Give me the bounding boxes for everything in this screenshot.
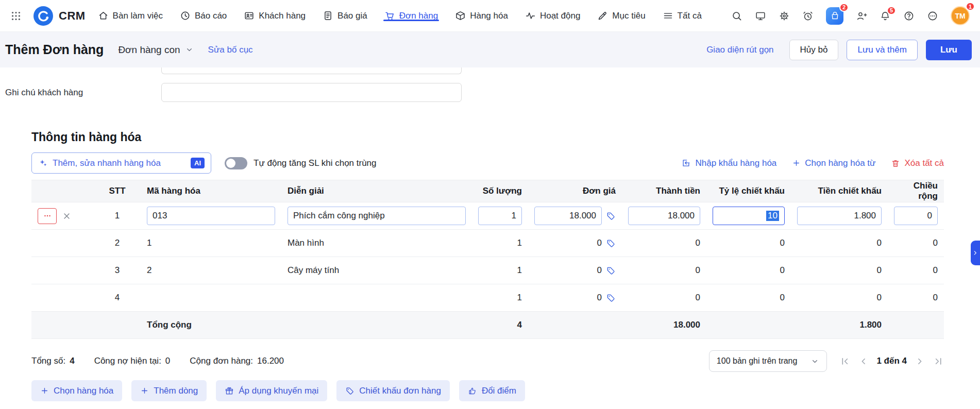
auto-increase-group: Tự động tăng SL khi chọn trùng	[225, 157, 377, 169]
products-box-icon	[455, 10, 466, 21]
nav-item-hang-hoa[interactable]: Hàng hóa	[455, 10, 508, 21]
nav-item-tat-ca[interactable]: Tất cả	[663, 10, 702, 21]
customer-note-label: Ghi chú khách hàng	[5, 88, 161, 98]
discount-amount-input[interactable]: 1.800	[797, 207, 882, 225]
choose-products-button[interactable]: Chọn hàng hóa	[31, 380, 122, 401]
page-title: Thêm Đơn hàng	[5, 42, 104, 57]
order-discount-button[interactable]: Chiết khấu đơn hàng	[336, 380, 450, 401]
trash-icon	[891, 159, 900, 168]
price-tag-icon[interactable]	[606, 211, 616, 221]
nav-item-bao-gia[interactable]: Báo giá	[323, 10, 367, 21]
pagination-next-icon[interactable]	[915, 356, 925, 367]
share-screen-icon[interactable]	[755, 10, 766, 22]
compact-view-link[interactable]: Giao diện rút gọn	[706, 45, 773, 55]
pagination-last-icon[interactable]	[933, 356, 944, 367]
choose-products-from-link[interactable]: Chọn hàng hóa từ	[792, 158, 875, 168]
products-table: STT Mã hàng hóa Diễn giải Số lượng Đơn g…	[31, 180, 944, 339]
target-icon	[597, 10, 608, 21]
price-value: 0	[597, 265, 602, 276]
bag-badge: 2	[839, 3, 849, 12]
code-cell: 1	[141, 230, 281, 257]
pagination-range: 1 đến 4	[876, 356, 907, 366]
add-row-button[interactable]: Thêm dòng	[131, 380, 207, 401]
row-controls	[31, 284, 94, 311]
home-icon	[98, 10, 109, 21]
crm-brand[interactable]: CRM	[33, 6, 86, 26]
quick-add-field[interactable]: Thêm, sửa nhanh hàng hóa AI	[31, 152, 211, 174]
redeem-points-button[interactable]: Đổi điểm	[459, 380, 525, 401]
qty-cell: 1	[472, 230, 528, 257]
qty-cell: 1	[472, 284, 528, 311]
row-controls	[31, 257, 94, 284]
expand-panel-tab[interactable]	[971, 241, 980, 265]
qty-input[interactable]: 1	[478, 207, 522, 225]
save-and-add-button[interactable]: Lưu và thêm	[847, 40, 917, 60]
settings-gear-icon[interactable]	[779, 10, 790, 22]
nav-item-don-hang[interactable]: Đơn hàng	[384, 10, 438, 21]
table-row[interactable]: 2 1 Màn hình 1 0 0 0 0 0	[31, 230, 944, 257]
table-row-editing[interactable]: 1 013 Phích cắm công nghiệp 1 18.000 18.…	[31, 202, 944, 230]
nav-item-hoat-dong[interactable]: Hoạt động	[525, 10, 580, 21]
apply-promotion-button[interactable]: Áp dụng khuyến mại	[216, 380, 327, 401]
crm-logo	[33, 6, 54, 26]
ai-badge: AI	[191, 158, 205, 168]
ellipsis-icon	[42, 211, 53, 221]
quote-icon	[323, 10, 333, 21]
price-tag-icon[interactable]	[606, 293, 616, 303]
table-row[interactable]: 4 1 0 0 0 0 0	[31, 284, 944, 312]
apps-grid-icon[interactable]	[10, 10, 22, 22]
shop-bag-button[interactable]: 2	[826, 7, 843, 25]
more-options-icon[interactable]	[927, 10, 938, 22]
user-avatar[interactable]: TM 1	[951, 6, 970, 25]
summary-debt: Công nợ hiện tại:0	[94, 356, 171, 366]
customer-note-input[interactable]	[161, 83, 462, 102]
description-input[interactable]: Phích cắm công nghiệp	[288, 207, 466, 225]
price-cell: 0	[528, 230, 622, 257]
delete-all-link[interactable]: Xóa tất cả	[891, 158, 944, 168]
pagination-prev-icon[interactable]	[858, 356, 869, 367]
partial-field[interactable]	[161, 67, 462, 74]
invite-user-icon[interactable]	[856, 10, 867, 22]
total-label: Tổng cộng	[141, 312, 281, 338]
menu-icon	[663, 10, 673, 21]
import-products-link[interactable]: Nhập khẩu hàng hóa	[681, 158, 776, 168]
chevron-right-icon	[972, 249, 979, 257]
save-button[interactable]: Lưu	[926, 40, 972, 60]
auto-increase-toggle[interactable]	[225, 157, 247, 169]
help-icon[interactable]	[903, 10, 915, 22]
price-tag-icon[interactable]	[606, 266, 616, 276]
discount-rate-input[interactable]: 10	[713, 207, 785, 225]
price-input[interactable]: 18.000	[534, 207, 602, 225]
table-row[interactable]: 3 2 Cây máy tính 1 0 0 0 0 0	[31, 257, 944, 284]
nav-item-khach-hang[interactable]: Khách hàng	[244, 10, 306, 21]
price-value: 0	[597, 238, 602, 248]
nav-label: Tất cả	[678, 11, 702, 21]
customer-note-row: Ghi chú khách hàng	[0, 67, 980, 102]
row-more-button[interactable]	[38, 208, 57, 224]
line-total-input[interactable]: 18.000	[628, 207, 700, 225]
page-size-select[interactable]: 100 bản ghi trên trang	[709, 350, 827, 372]
cancel-button[interactable]: Hủy bỏ	[789, 40, 839, 60]
nav-item-ban-lam-viec[interactable]: Bàn làm việc	[98, 10, 163, 21]
row-controls	[31, 202, 94, 229]
discount-amount-cell: 0	[791, 284, 888, 311]
header-qty: Số lượng	[472, 180, 528, 202]
pagination: 1 đến 4	[839, 356, 944, 367]
price-tag-icon[interactable]	[606, 238, 616, 248]
remove-row-icon[interactable]	[62, 211, 72, 221]
nav-item-muc-tieu[interactable]: Mục tiêu	[597, 10, 645, 21]
reminder-alarm-icon[interactable]	[802, 10, 814, 22]
edit-layout-link[interactable]: Sửa bố cục	[208, 45, 253, 55]
code-input[interactable]: 013	[147, 207, 275, 225]
table-total-row: Tổng cộng 4 18.000 1.800	[31, 312, 944, 339]
notifications-bell-icon[interactable]: 5	[880, 10, 891, 22]
table-header-row: STT Mã hàng hóa Diễn giải Số lượng Đơn g…	[31, 180, 944, 202]
summary-order-sum-value: 16.200	[257, 356, 284, 366]
width-input[interactable]: 0	[894, 207, 938, 225]
nav-item-bao-cao[interactable]: Báo cáo	[180, 10, 227, 21]
order-discount-label: Chiết khấu đơn hàng	[359, 386, 441, 396]
search-icon[interactable]	[731, 10, 742, 22]
order-subtype-selector[interactable]: Đơn hàng con	[118, 44, 193, 56]
header-controls	[31, 180, 94, 202]
pagination-first-icon[interactable]	[839, 356, 850, 367]
